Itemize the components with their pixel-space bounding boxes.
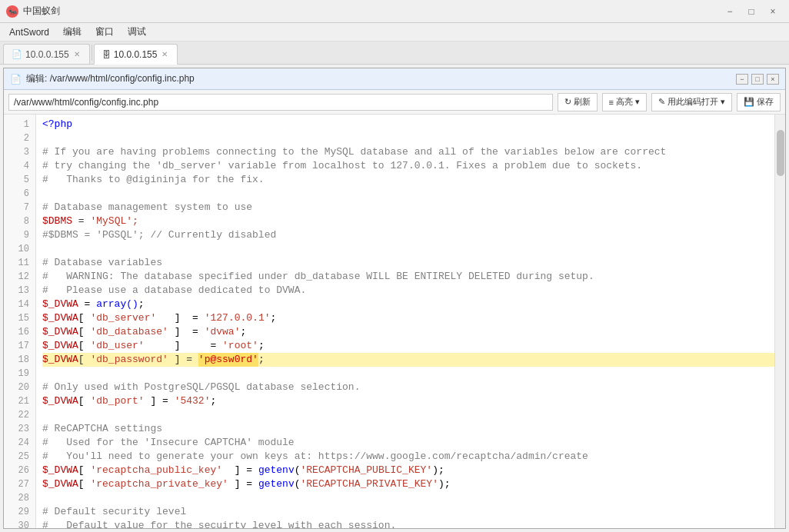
tab-db-close[interactable]: ✕ [160, 49, 169, 59]
tab-separator [92, 45, 92, 61]
line-number: 4 [4, 159, 35, 173]
highlight-button[interactable]: ≡ 高亮 ▾ [602, 93, 647, 111]
editor-file-icon: 📄 [10, 74, 22, 85]
code-line: <?php [42, 118, 774, 131]
tab-file-label: 10.0.0.155 [25, 49, 69, 60]
title-bar: 🐜 中国蚁剑 − □ × [0, 0, 789, 23]
line-number: 28 [4, 491, 35, 505]
line-number: 20 [4, 381, 35, 394]
editor-close-btn[interactable]: × [767, 74, 779, 85]
line-number: 24 [4, 436, 35, 450]
line-number: 8 [4, 214, 35, 228]
code-line [42, 491, 774, 505]
close-button[interactable]: × [763, 4, 783, 19]
line-number: 18 [4, 353, 35, 367]
title-bar-controls: − □ × [720, 4, 783, 19]
scrollbar[interactable] [774, 115, 785, 528]
line-number: 2 [4, 131, 35, 145]
line-number: 30 [4, 519, 35, 528]
line-number: 15 [4, 311, 35, 325]
line-number: 23 [4, 422, 35, 436]
db-icon: 🗄 [102, 50, 111, 59]
open-with-dropdown-icon: ▾ [721, 97, 725, 107]
line-number: 11 [4, 256, 35, 270]
tab-bar: 📄 10.0.0.155 ✕ 🗄 10.0.0.155 ✕ [0, 42, 789, 65]
scrollbar-thumb[interactable] [777, 130, 784, 176]
code-line: # If you are having problems connecting … [42, 145, 774, 159]
line-number: 9 [4, 228, 35, 242]
code-line: # Please use a database dedicated to DVW… [42, 284, 774, 298]
minimize-button[interactable]: − [720, 4, 740, 19]
line-number: 27 [4, 477, 35, 491]
line-number: 25 [4, 450, 35, 464]
code-line: # Used for the 'Insecure CAPTCHA' module [42, 436, 774, 450]
refresh-button[interactable]: ↻ 刷新 [558, 93, 598, 111]
tab-file-close[interactable]: ✕ [72, 49, 82, 59]
code-line: #$DBMS = 'PGSQL'; // Currently disabled [42, 228, 774, 242]
line-number: 26 [4, 464, 35, 477]
line-number: 10 [4, 242, 35, 256]
menu-debug[interactable]: 调试 [122, 24, 152, 40]
refresh-icon: ↻ [564, 97, 571, 107]
tab-db[interactable]: 🗄 10.0.0.155 ✕ [94, 44, 178, 65]
line-numbers: 1234567891011121314151617181920212223242… [4, 115, 36, 528]
code-line: # Database variables [42, 256, 774, 270]
app-icon: 🐜 [6, 5, 18, 18]
code-line: # WARNING: The database specified under … [42, 270, 774, 284]
code-area: 1234567891011121314151617181920212223242… [4, 115, 785, 528]
code-line: $_DVWA[ 'db_user' ] = 'root'; [42, 339, 774, 353]
code-line: # Thanks to @digininja for the fix. [42, 173, 774, 187]
code-line [42, 187, 774, 201]
editor-titlebar-controls: − □ × [736, 74, 779, 85]
line-number: 22 [4, 408, 35, 422]
line-number: 21 [4, 394, 35, 408]
line-number: 17 [4, 339, 35, 353]
save-button[interactable]: 💾 保存 [737, 93, 781, 111]
code-line: $DBMS = 'MySQL'; [42, 214, 774, 228]
menu-bar: AntSword 编辑 窗口 调试 [0, 23, 789, 42]
editor-window: 📄 编辑: /var/www/html/config/config.inc.ph… [3, 68, 786, 529]
code-line: $_DVWA = array(); [42, 298, 774, 311]
filepath-input[interactable] [8, 94, 553, 111]
line-number: 12 [4, 270, 35, 284]
code-line: $_DVWA[ 'recaptcha_private_key' ] = gete… [42, 477, 774, 491]
code-line: # Only used with PostgreSQL/PGSQL databa… [42, 381, 774, 394]
open-with-button[interactable]: ✎ 用此编码打开 ▾ [651, 93, 732, 111]
code-line: $_DVWA[ 'recaptcha_public_key' ] = geten… [42, 464, 774, 477]
save-icon: 💾 [744, 97, 754, 107]
code-line: $_DVWA[ 'db_password' ] = 'p@ssw0rd'; [42, 353, 774, 367]
editor-titlebar: 📄 编辑: /var/www/html/config/config.inc.ph… [4, 68, 785, 90]
editor-minimize-btn[interactable]: − [736, 74, 748, 85]
line-number: 29 [4, 505, 35, 519]
code-content[interactable]: <?php# If you are having problems connec… [36, 115, 774, 528]
title-bar-title: 中国蚁剑 [23, 5, 60, 18]
editor-title: 编辑: /var/www/html/config/config.inc.php [26, 72, 195, 85]
code-line: # Default security level [42, 505, 774, 519]
line-number: 16 [4, 325, 35, 339]
line-number: 1 [4, 118, 35, 131]
highlight-dropdown-icon: ▾ [635, 97, 640, 107]
code-line: # Default value for the secuirty level w… [42, 519, 774, 528]
line-number: 19 [4, 367, 35, 381]
tab-file-manager[interactable]: 📄 10.0.0.155 ✕ [3, 44, 90, 64]
menu-antsword[interactable]: AntSword [3, 25, 55, 39]
code-line [42, 131, 774, 145]
encoding-icon: ✎ [658, 97, 665, 107]
editor-restore-btn[interactable]: □ [751, 74, 764, 85]
file-icon: 📄 [12, 49, 22, 59]
code-line: # ReCAPTCHA settings [42, 422, 774, 436]
title-bar-left: 🐜 中国蚁剑 [6, 5, 60, 18]
code-line: # try changing the 'db_server' variable … [42, 159, 774, 173]
line-number: 14 [4, 298, 35, 311]
code-line: $_DVWA[ 'db_database' ] = 'dvwa'; [42, 325, 774, 339]
code-line [42, 408, 774, 422]
menu-edit[interactable]: 编辑 [57, 24, 88, 40]
line-number: 13 [4, 284, 35, 298]
menu-window[interactable]: 窗口 [89, 24, 120, 40]
maximize-button[interactable]: □ [741, 4, 761, 19]
code-line: # Database management system to use [42, 201, 774, 214]
code-line: # You'll need to generate your own keys … [42, 450, 774, 464]
code-line: $_DVWA[ 'db_server' ] = '127.0.0.1'; [42, 311, 774, 325]
line-number: 3 [4, 145, 35, 159]
line-number: 5 [4, 173, 35, 187]
